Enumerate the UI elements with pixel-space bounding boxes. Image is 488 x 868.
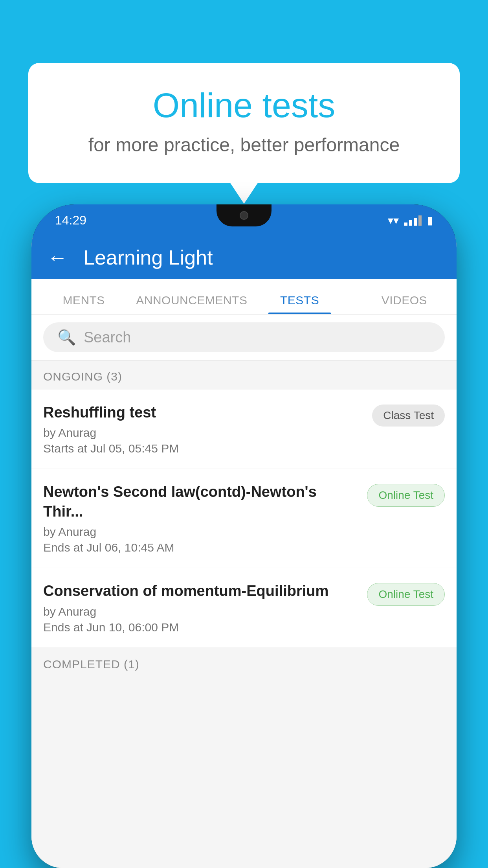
test-badge-class: Class Test <box>372 405 445 427</box>
bubble-title: Online tests <box>60 86 428 125</box>
test-item-left: Newton's Second law(contd)-Newton's Thir… <box>43 482 367 554</box>
test-list: Reshuffling test by Anurag Starts at Jul… <box>31 390 457 648</box>
test-time: Ends at Jul 06, 10:45 AM <box>43 541 359 554</box>
test-time: Starts at Jul 05, 05:45 PM <box>43 442 364 455</box>
tab-announcements[interactable]: ANNOUNCEMENTS <box>136 294 247 314</box>
phone-frame: 14:29 ▾▾ ▮ ← Learning Light MENTS ANNOUN… <box>31 204 457 868</box>
test-item[interactable]: Conservation of momentum-Equilibrium by … <box>31 568 457 647</box>
test-badge-online-2: Online Test <box>367 583 445 606</box>
tab-ments[interactable]: MENTS <box>31 294 136 314</box>
signal-bars-icon <box>404 215 422 226</box>
test-item[interactable]: Newton's Second law(contd)-Newton's Thir… <box>31 469 457 568</box>
test-time: Ends at Jun 10, 06:00 PM <box>43 621 359 634</box>
bubble-subtitle: for more practice, better performance <box>60 134 428 156</box>
tab-bar: MENTS ANNOUNCEMENTS TESTS VIDEOS <box>31 279 457 314</box>
speech-bubble-container: Online tests for more practice, better p… <box>28 63 460 183</box>
test-name: Conservation of momentum-Equilibrium <box>43 581 359 601</box>
camera-dot <box>240 211 248 220</box>
test-badge-online: Online Test <box>367 484 445 507</box>
test-item-left: Reshuffling test by Anurag Starts at Jul… <box>43 403 372 455</box>
test-name: Reshuffling test <box>43 403 364 422</box>
app-header: ← Learning Light <box>31 236 457 279</box>
section-header-ongoing: ONGOING (3) <box>31 360 457 390</box>
phone-inner: ← Learning Light MENTS ANNOUNCEMENTS TES… <box>31 236 457 868</box>
wifi-icon: ▾▾ <box>388 214 399 227</box>
test-item-left: Conservation of momentum-Equilibrium by … <box>43 581 367 634</box>
test-name: Newton's Second law(contd)-Newton's Thir… <box>43 482 359 521</box>
status-icons: ▾▾ ▮ <box>388 214 433 227</box>
search-icon: 🔍 <box>57 329 76 346</box>
search-bar-container: 🔍 Search <box>31 314 457 360</box>
test-item[interactable]: Reshuffling test by Anurag Starts at Jul… <box>31 390 457 469</box>
speech-bubble: Online tests for more practice, better p… <box>28 63 460 183</box>
status-bar: 14:29 ▾▾ ▮ <box>31 204 457 236</box>
test-by: by Anurag <box>43 525 359 539</box>
tab-videos[interactable]: VIDEOS <box>352 294 457 314</box>
search-input[interactable]: Search <box>84 329 131 346</box>
test-by: by Anurag <box>43 426 364 440</box>
battery-icon: ▮ <box>427 214 433 227</box>
back-button[interactable]: ← <box>47 246 68 269</box>
status-time: 14:29 <box>55 213 86 228</box>
section-header-completed: COMPLETED (1) <box>31 648 457 677</box>
test-by: by Anurag <box>43 605 359 618</box>
app-title: Learning Light <box>83 246 213 269</box>
phone-content: 🔍 Search ONGOING (3) Reshuffling test by… <box>31 314 457 868</box>
search-bar[interactable]: 🔍 Search <box>43 322 445 352</box>
tab-tests[interactable]: TESTS <box>247 294 352 314</box>
phone-notch <box>216 204 272 226</box>
